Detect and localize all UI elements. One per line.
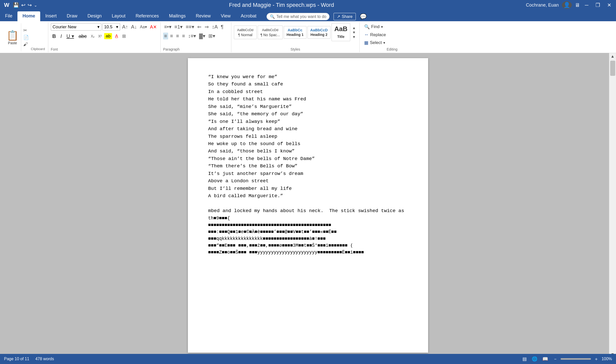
undo-button[interactable]: ↩ <box>21 2 26 8</box>
numbering-button[interactable]: ≡1▾ <box>173 23 184 30</box>
editing-group: 🔍 Find ▾ ↔ Replace ▦ Select ▾ Editing <box>360 22 400 52</box>
tab-review[interactable]: Review <box>191 11 216 21</box>
font-family-selector[interactable]: Courier New ▾ <box>51 23 101 31</box>
document-page[interactable]: “I knew you were for me” So they found a… <box>188 58 428 353</box>
style-heading1[interactable]: AaBbCc Heading 1 <box>284 26 306 39</box>
subscript-button[interactable]: X₂ <box>90 34 96 39</box>
increase-indent-button[interactable]: ⇒ <box>204 23 210 30</box>
font-name-text: Courier New <box>53 25 76 30</box>
align-right-button[interactable]: ≡ <box>175 33 180 39</box>
tab-acrobat[interactable]: Acrobat <box>236 11 261 21</box>
tab-layout[interactable]: Layout <box>107 11 130 21</box>
font-color-button[interactable]: A <box>114 33 119 39</box>
zoom-out-button[interactable]: － <box>552 355 559 362</box>
restore-button[interactable]: ❐ <box>593 1 602 9</box>
decrease-font-button[interactable]: A↓ <box>130 24 138 30</box>
bold-button[interactable]: B <box>51 33 57 40</box>
tab-references[interactable]: References <box>130 11 164 21</box>
select-icon: ▦ <box>364 40 368 46</box>
text-highlight-button[interactable]: ab <box>104 33 112 39</box>
poem-section: “I knew you were for me” So they found a… <box>208 73 408 200</box>
scroll-thumb[interactable] <box>610 61 615 76</box>
find-arrow: ▾ <box>381 25 383 29</box>
tab-insert[interactable]: Insert <box>40 11 62 21</box>
customize-icon[interactable]: ⌄ <box>34 3 37 8</box>
vertical-scrollbar[interactable]: ▲ ▼ <box>609 53 616 358</box>
font-group-label: Font <box>51 46 58 51</box>
sort-button[interactable]: ↕A <box>211 24 219 30</box>
clear-format-button[interactable]: A✕ <box>149 24 158 30</box>
decrease-indent-button[interactable]: ⇐ <box>196 23 203 30</box>
ribbon: 📋 Paste ✂ 📄 🖌 Clipboard Courier New ▾ 10… <box>0 21 616 53</box>
multilevel-button[interactable]: ≡≡▾ <box>185 23 195 30</box>
tab-file[interactable]: File <box>0 11 17 21</box>
pilcrow-button[interactable]: ¶ <box>220 24 225 30</box>
style-normal[interactable]: AaBbCcDd ¶ Normal <box>234 26 257 39</box>
read-mode-button[interactable]: 📖 <box>541 356 549 362</box>
shading-button[interactable]: ▓▾ <box>198 32 206 39</box>
paste-label: Paste <box>8 41 17 45</box>
zoom-slider[interactable] <box>561 358 591 360</box>
zoom-level: 100% <box>602 357 612 361</box>
align-left-button[interactable]: ≡ <box>163 33 168 39</box>
line-spacing-button[interactable]: ↕≡▾ <box>187 32 197 39</box>
style-title[interactable]: AaB Title <box>332 23 350 41</box>
font-size-selector[interactable]: 10.5 ▾ <box>102 23 120 31</box>
copy-button[interactable]: 📄 <box>22 34 30 41</box>
style-no-spacing[interactable]: AaBbCcDd ¶ No Spac... <box>258 26 283 39</box>
word-logo-icon: W <box>3 1 11 9</box>
style-heading2[interactable]: AaBbCcD Heading 2 <box>307 26 331 39</box>
replace-button[interactable]: ↔ Replace <box>362 31 388 38</box>
underline-button[interactable]: U ▾ <box>65 33 76 40</box>
bullets-button[interactable]: ≡•▾ <box>163 23 172 30</box>
print-layout-button[interactable]: ▤ <box>521 356 528 362</box>
align-center-button[interactable]: ≡ <box>169 33 174 39</box>
paste-button[interactable]: 📋 Paste <box>4 23 21 51</box>
font-selector-arrow: ▾ <box>97 24 100 30</box>
scroll-up-button[interactable]: ▲ <box>610 53 616 60</box>
close-button[interactable]: ✕ <box>605 1 613 9</box>
select-button[interactable]: ▦ Select ▾ <box>362 39 388 46</box>
font-group: Courier New ▾ 10.5 ▾ A↑ A↓ Aa▾ A✕ B I U … <box>48 22 161 52</box>
word-count: 478 words <box>35 357 54 361</box>
tab-design[interactable]: Design <box>82 11 107 21</box>
superscript-button[interactable]: X² <box>97 34 103 39</box>
status-right: ▤ 🌐 📖 － ＋ 100% <box>521 355 612 362</box>
tab-draw[interactable]: Draw <box>62 11 82 21</box>
zoom-controls: － ＋ 100% <box>552 355 612 362</box>
find-button[interactable]: 🔍 Find ▾ <box>362 23 388 30</box>
redo-button[interactable]: ↪ <box>28 2 32 8</box>
tell-me-input[interactable]: 🔍 Tell me what you want to do <box>267 13 329 20</box>
tell-me-icon: 🖥 <box>575 2 580 8</box>
prose-line: mbed and locked my hands about his neck.… <box>208 207 408 215</box>
cut-button[interactable]: ✂ <box>22 27 30 34</box>
document-area[interactable]: “I knew you were for me” So they found a… <box>0 53 616 358</box>
select-arrow: ▾ <box>383 41 385 45</box>
tab-home[interactable]: Home <box>17 11 40 21</box>
zoom-in-button[interactable]: ＋ <box>593 355 600 362</box>
minimize-button[interactable]: ─ <box>583 1 590 9</box>
tab-view[interactable]: View <box>216 11 236 21</box>
increase-font-button[interactable]: A↑ <box>121 24 129 30</box>
title-bar: W 💾 ↩ ↪ ⌄ Fred and Maggie - Tim speech.w… <box>0 0 616 10</box>
change-case-button[interactable]: Aa▾ <box>139 24 148 30</box>
comments-button[interactable]: 💬 <box>360 13 367 20</box>
web-layout-button[interactable]: 🌐 <box>531 356 538 362</box>
save-button[interactable]: 💾 <box>13 2 19 8</box>
border-button[interactable]: ⊞ <box>121 33 127 39</box>
justify-button[interactable]: ≡ <box>181 33 186 39</box>
styles-more-button[interactable]: ▲ ▼ ▼ <box>351 25 357 40</box>
format-painter-button[interactable]: 🖌 <box>22 41 30 48</box>
share-button[interactable]: ↗ Share <box>334 13 356 20</box>
strikethrough-button[interactable]: abc <box>77 33 88 40</box>
status-bar: Page 10 of 11 478 words ▤ 🌐 📖 － ＋ 100% <box>0 354 616 364</box>
paragraph-group-label: Paragraph <box>163 46 180 51</box>
tab-mailings[interactable]: Mailings <box>164 11 191 21</box>
italic-button[interactable]: I <box>59 33 63 40</box>
editing-buttons: 🔍 Find ▾ ↔ Replace ▦ Select ▾ <box>362 23 388 46</box>
borders-button[interactable]: ⊞▾ <box>207 32 216 39</box>
select-label: Select <box>370 40 382 45</box>
font-row-2: B I U ▾ abc X₂ X² ab A ⊞ <box>51 33 127 40</box>
account-icon[interactable]: 👤 <box>562 1 572 9</box>
styles-up-icon: ▲ <box>352 26 356 30</box>
